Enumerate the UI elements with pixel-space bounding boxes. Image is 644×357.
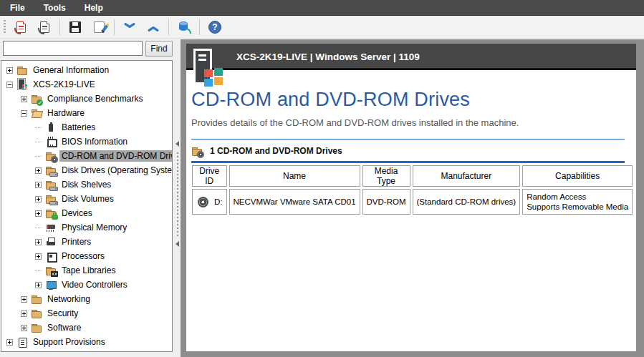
database-icon [179,21,190,33]
export-pdf-icon [16,21,26,33]
tree-item-label: Disk Drives (Operating System) [59,165,173,176]
tree-item-general-information[interactable]: General Information [1,63,172,77]
tree-item-label: Support Provisions [31,336,107,348]
expand-toggle[interactable] [21,296,27,303]
expand-toggle[interactable] [6,339,13,346]
battery-icon [45,122,57,133]
splitter-grip [177,152,178,237]
section-title: 1 CD-ROM and DVD-ROM Drives [210,146,342,156]
folder-drive-icon [45,165,57,176]
folder-icon [16,64,28,76]
column-header-drive-id: Drive ID [192,165,227,187]
expand-toggle[interactable] [21,96,27,102]
cpu-icon [45,250,57,262]
tree-item-xcs-2k19-live[interactable]: XCS-2K19-LIVE [1,77,172,92]
cell-media-type: DVD-ROM [362,189,410,215]
expand-toggle[interactable] [35,210,42,217]
expand-toggle[interactable] [35,282,42,288]
cell-manufacturer: (Standard CD-ROM drives) [413,189,521,215]
cell-drive-id: D: [192,189,227,215]
app-window: File Tools Help ? [0,0,644,357]
find-button[interactable]: Find [145,41,173,57]
edit-button[interactable] [90,19,107,36]
tree-item-printers[interactable]: Printers [1,235,172,249]
database-button[interactable] [176,19,193,36]
cell-name: NECVMWar VMware SATA CD01 [229,189,360,215]
tree-item-physical-memory[interactable]: Physical Memory [1,220,172,235]
tree-item-devices[interactable]: Devices [1,206,172,220]
panel-splitter[interactable] [175,39,181,357]
tree-connector [35,156,42,157]
report-header-title: XCS-2K19-LIVE | Windows Server | 1109 [236,44,420,70]
tree-connector [35,270,42,271]
splitter-collapse-arrow-icon [176,241,179,247]
table-header-row: Drive ID Name Media Type Manufacturer Ca… [192,165,633,187]
tree-item-label: Processors [59,250,107,262]
folder-open-icon [31,107,42,119]
folder-tape-icon [45,265,57,276]
tree-item-networking[interactable]: Networking [1,292,172,306]
tree-item-label: Printers [59,236,93,248]
toolbar-separator [114,19,115,35]
page-description: Provides details of the CD-ROM and DVD-R… [191,117,625,128]
menu-tools[interactable]: Tools [44,3,66,13]
expand-toggle[interactable] [35,182,42,188]
expand-button[interactable] [145,19,162,36]
tree-item-support-provisions[interactable]: Support Provisions [1,335,172,349]
tree-item-software[interactable]: Software [1,321,172,335]
export-encrypted-button[interactable] [36,19,53,36]
column-header-name: Name [229,165,360,187]
save-button[interactable] [67,19,84,36]
expand-toggle[interactable] [35,239,42,245]
folder-check-icon: ✓ [31,93,42,104]
export-pdf-button[interactable] [12,19,29,36]
column-header-media-type: Media Type [362,165,410,187]
edit-icon [94,21,105,33]
expand-toggle[interactable] [6,67,13,74]
tree-item-label: Video Controllers [59,279,130,290]
tree-item-label: Physical Memory [59,222,129,233]
tree-item-disk-shelves[interactable]: Disk Shelves [1,177,172,192]
column-header-manufacturer: Manufacturer [413,165,521,187]
search-input[interactable] [3,41,143,56]
toolbar-grip[interactable] [4,20,6,34]
tree-item-bios-information[interactable]: BIOS Information [1,135,172,149]
expand-toggle[interactable] [35,167,42,174]
folder-disc-icon [191,145,203,157]
tree-item-disk-drives[interactable]: Disk Drives (Operating System) [1,163,172,177]
navigation-tree: General Information XCS-2K19-LIVE ✓ Comp… [1,60,173,352]
tree-item-disk-volumes[interactable]: Disk Volumes [1,192,172,206]
tree-item-hardware[interactable]: Hardware [1,106,172,120]
help-button[interactable]: ? [206,19,224,36]
collapse-button[interactable] [121,19,138,36]
tree-item-processors[interactable]: Processors [1,249,172,263]
expand-toggle[interactable] [35,196,42,202]
disc-icon [198,197,208,207]
menu-file[interactable]: File [10,3,25,13]
expand-toggle[interactable] [35,253,42,260]
tree-item-label: General Information [31,64,111,76]
expand-toggle[interactable] [21,310,27,317]
divider [191,139,625,140]
menu-help[interactable]: Help [85,3,103,13]
expand-toggle[interactable] [21,325,27,331]
tree-item-cdrom-dvdrom-drives[interactable]: CD-ROM and DVD-ROM Drives [1,149,172,163]
tree-item-video-controllers[interactable]: Video Controllers [1,278,172,292]
collapse-toggle[interactable] [21,110,27,117]
tree-item-batteries[interactable]: Batteries [1,120,172,135]
tree-item-label: Hardware [45,107,87,119]
section-header: 1 CD-ROM and DVD-ROM Drives [191,145,625,157]
tree-item-label: Devices [59,207,95,219]
tree-item-label: CD-ROM and DVD-ROM Drives [59,150,173,162]
tree-connector [35,228,42,228]
search-row: Find [3,41,173,57]
memory-icon [45,222,57,233]
tree-item-security[interactable]: Security [1,306,172,321]
tree-item-tape-libraries[interactable]: Tape Libraries [1,263,172,278]
tree-item-compliance-benchmarks[interactable]: ✓ Compliance Benchmarks [1,92,172,106]
collapse-toggle[interactable] [6,82,13,88]
table-row: D: NECVMWar VMware SATA CD01 DVD-ROM (St… [192,189,633,215]
report-content: XCS-2K19-LIVE | Windows Server | 1109 CD… [186,44,636,351]
folder-plug-icon [45,207,57,219]
printer-icon [45,236,57,248]
